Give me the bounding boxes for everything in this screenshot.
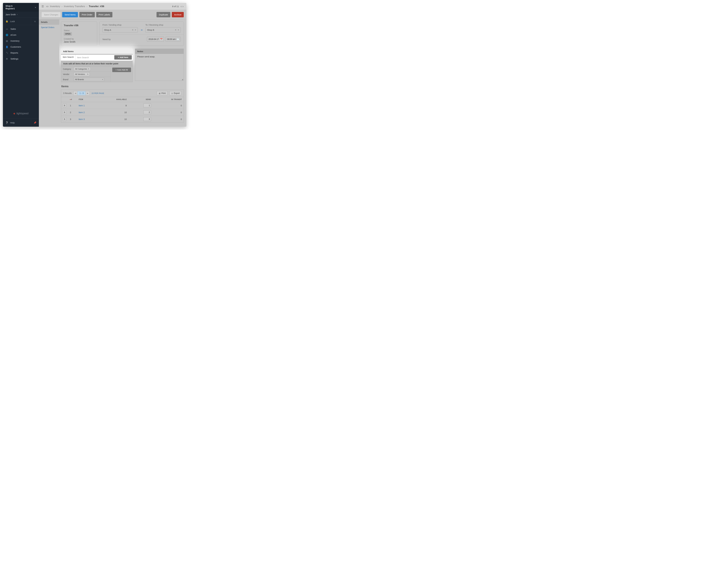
logout-icon: ⎋ — [34, 20, 36, 23]
nav-settings[interactable]: ⚙Settings — [3, 56, 39, 62]
caret-down-icon[interactable]: ▼ — [178, 29, 179, 31]
caret-down-icon[interactable]: ▼ — [135, 29, 136, 31]
th-send[interactable]: SEND — [128, 97, 153, 102]
export-label: Export — [174, 92, 180, 94]
print-items-button[interactable]: 🖨Print — [157, 91, 168, 95]
nav-customers[interactable]: 👤Customers — [3, 44, 39, 50]
trash-icon: 🗑 — [64, 104, 66, 106]
tab-special-orders[interactable]: Special Orders — [39, 25, 59, 30]
prev-record-button[interactable]: ‹ — [180, 5, 182, 8]
to-shop-label: To / Receiving shop — [145, 24, 181, 26]
need-by-label: Need by — [103, 38, 145, 40]
nav-ecom[interactable]: 🌐eCom — [3, 32, 39, 38]
print-labels-button[interactable]: Print Labels — [96, 12, 112, 17]
nav-inventory[interactable]: ▤Inventory — [3, 38, 39, 44]
bc-level1[interactable]: Inventory — [50, 5, 60, 8]
th-in-transit[interactable]: IN TRANSIT — [153, 97, 184, 102]
pager-prev-button[interactable]: ◀ — [73, 91, 77, 95]
from-shop-select[interactable]: Shop A ✕ ▼ — [103, 27, 138, 32]
hamburger-icon[interactable]: ☰ — [41, 5, 44, 8]
add-items-panel: Add Items Item Search +Add Item — [61, 49, 133, 60]
lock-button[interactable]: 🔒 Lock — [3, 18, 31, 25]
export-items-button[interactable]: ⤓Export — [169, 91, 182, 95]
send-qty-input[interactable] — [143, 117, 151, 121]
to-shop-select[interactable]: Shop B ✕ ▼ — [145, 27, 181, 32]
status-label: Status — [64, 29, 94, 32]
per-page-link[interactable]: 15 PER PAGE — [91, 92, 104, 94]
status-badge: OPEN — [64, 32, 72, 36]
main-area: ☰ ▭ Inventory › Inventory Transfers › Tr… — [39, 3, 186, 127]
user-menu[interactable]: Jane Smith ▼ — [3, 12, 39, 17]
send-qty-input[interactable] — [143, 110, 151, 114]
add-item-button[interactable]: +Add Item — [114, 55, 132, 60]
pin-button[interactable]: 📌 — [31, 119, 39, 127]
auto-add-all-button[interactable]: +Auto Add All — [112, 68, 131, 72]
caret-right-icon: ▶ — [35, 7, 36, 8]
created-by-label: Created by — [64, 38, 94, 40]
sort-icon: ⇅ — [88, 68, 89, 70]
nav-label: Settings — [10, 58, 18, 60]
row-in-transit: 0 — [153, 102, 184, 109]
chevron-right-icon: › — [86, 5, 87, 8]
item-link[interactable]: Item 1 — [79, 104, 85, 107]
transfer-title: Transfer #36 — [64, 24, 94, 27]
nav-sales[interactable]: ▭Sales — [3, 26, 39, 32]
row-in-transit: 0 — [153, 116, 184, 123]
logout-button[interactable]: ⎋ — [31, 18, 39, 25]
notes-panel: Notes ◢ — [135, 49, 184, 81]
th-number[interactable]: ▾# — [68, 97, 77, 102]
brand-select[interactable]: All Brands▾ — [74, 78, 104, 81]
item-link[interactable]: Item 3 — [79, 118, 85, 120]
vendor-label: Vendor — [61, 72, 73, 77]
send-items-button[interactable]: Send Items — [62, 12, 78, 17]
caret-down-icon: ▼ — [17, 14, 18, 15]
clear-icon[interactable]: ✕ — [132, 29, 134, 31]
calendar-icon: 📅 — [160, 38, 162, 40]
globe-icon: 🌐 — [6, 34, 8, 36]
logo-text: lightspeed — [16, 112, 28, 115]
delete-row-button[interactable]: 🗑 — [63, 117, 66, 121]
row-available: 10 — [98, 116, 129, 123]
need-by-time-value: 08:00 am — [167, 38, 176, 40]
chart-icon: 〽 — [6, 52, 8, 54]
row-available: 10 — [98, 109, 129, 116]
clear-icon[interactable]: ✕ — [175, 29, 176, 31]
delete-row-button[interactable]: 🗑 — [63, 111, 66, 114]
created-by-value: Jane Smith — [64, 41, 94, 43]
action-bar: Save Changes Send Items Print Order Prin… — [39, 10, 186, 20]
help-button[interactable]: ❔ Help — [3, 119, 31, 127]
print-order-button[interactable]: Print Order — [79, 12, 95, 17]
brand-logo: ◈ lightspeed — [3, 108, 39, 119]
register-name: Register1 — [6, 7, 15, 10]
th-item[interactable]: ITEM — [77, 97, 98, 102]
nav-reports[interactable]: 〽Reports — [3, 50, 39, 56]
archive-icon: ▭ — [46, 5, 48, 8]
item-search-input[interactable] — [76, 54, 113, 60]
vendor-select[interactable]: All Vendors⇅ — [74, 72, 90, 76]
trash-icon: 🗑 — [64, 118, 66, 120]
items-panel: 3 Results ◀ 1 - 3 ▶ 15 PER PAGE 🖨Print ⤓… — [61, 89, 184, 123]
nav-label: Sales — [10, 28, 16, 30]
flame-icon: ◈ — [13, 112, 15, 115]
need-by-time-input[interactable]: 08:00 am 🕘 — [166, 37, 181, 42]
delete-row-button[interactable]: 🗑 — [63, 104, 66, 107]
tab-details[interactable]: Details — [39, 20, 59, 25]
need-by-date-input[interactable]: 2018-04-17 📅 — [147, 37, 164, 42]
add-item-label: Add Item — [120, 56, 128, 59]
sort-icon: ⇅ — [87, 74, 88, 75]
next-record-button[interactable]: › — [182, 5, 184, 8]
item-link[interactable]: Item 2 — [79, 111, 85, 114]
table-row: 🗑2Item 2100 — [61, 109, 184, 116]
shop-switcher[interactable]: Shop A Register1 ▶ — [3, 3, 39, 12]
pager-next-button[interactable]: ▶ — [86, 91, 90, 95]
duplicate-button[interactable]: Duplicate — [157, 12, 170, 17]
notes-textarea[interactable] — [137, 55, 182, 79]
results-count: 3 Results — [63, 92, 72, 94]
th-available[interactable]: AVAILABLE — [98, 97, 129, 102]
category-select[interactable]: All Categories⇅ — [74, 67, 91, 71]
bc-level2[interactable]: Inventory Transfers — [64, 5, 85, 8]
send-qty-input[interactable] — [143, 104, 151, 107]
lock-icon: 🔒 — [6, 20, 8, 23]
table-row: 🗑3Item 3100 — [61, 116, 184, 123]
archive-button[interactable]: Archive — [172, 12, 184, 17]
